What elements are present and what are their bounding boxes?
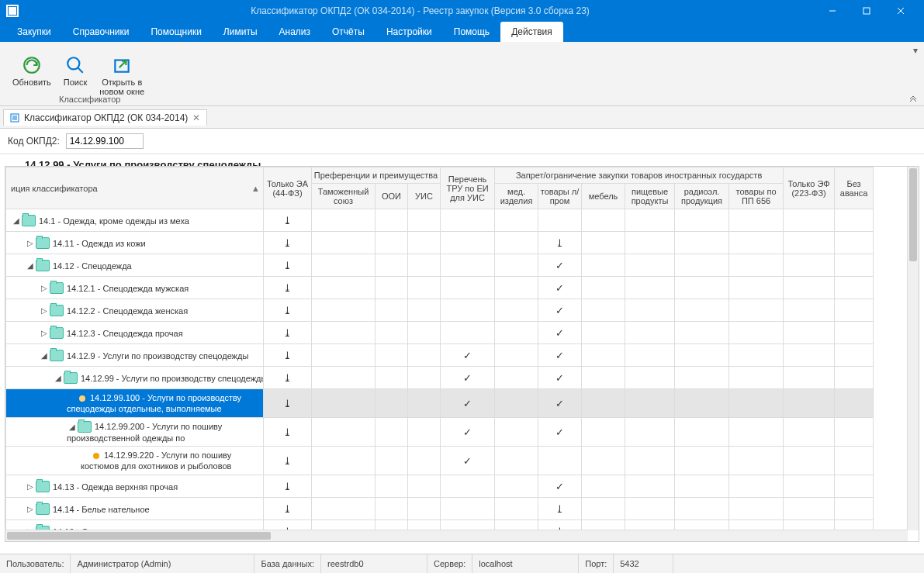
- folder-icon: [50, 327, 64, 339]
- search-button[interactable]: Поиск: [57, 53, 93, 98]
- folder-icon: [64, 372, 78, 384]
- folder-icon: [50, 350, 64, 361]
- status-port-label: Порт:: [579, 554, 614, 573]
- table-row[interactable]: ◢14.12.9 - Услуги по производству спецод…: [6, 344, 908, 367]
- col-name[interactable]: иция классификатора▲: [6, 167, 264, 209]
- status-user-value: Администратор (Admin): [71, 554, 254, 573]
- menu-настройки[interactable]: Настройки: [375, 22, 443, 42]
- vertical-scrollbar[interactable]: [907, 167, 919, 530]
- sort-asc-icon: ▲: [251, 184, 260, 193]
- refresh-button[interactable]: Обновить: [6, 53, 57, 98]
- search-label: Поиск: [64, 78, 87, 87]
- open-new-window-button[interactable]: Открыть в новом окне: [93, 53, 151, 98]
- item-icon: [93, 453, 99, 459]
- svg-point-5: [67, 57, 79, 69]
- menu-помощники[interactable]: Помощники: [140, 22, 212, 42]
- tree-expander[interactable]: [67, 393, 78, 403]
- ribbon: Обновить Поиск Открыть в новом окне Клас…: [0, 42, 924, 106]
- folder-icon: [36, 503, 50, 515]
- horizontal-scrollbar[interactable]: [5, 530, 908, 541]
- col-only-ea[interactable]: Только ЭА (44-ФЗ): [264, 167, 312, 209]
- menu-действия[interactable]: Действия: [500, 22, 563, 42]
- status-bar: Пользователь: Администратор (Admin) База…: [0, 554, 924, 573]
- tree-expander[interactable]: ◢: [25, 261, 36, 270]
- col-ooi[interactable]: ООИ: [375, 184, 408, 209]
- tree-expander[interactable]: ▷: [39, 329, 50, 337]
- tree-expander[interactable]: ▷: [25, 505, 36, 513]
- status-db-label: База данных:: [254, 554, 321, 573]
- status-db-value: reestrdb0: [321, 554, 427, 573]
- table-row[interactable]: ▷14.12.1 - Спецодежда мужская⤓✓: [6, 277, 908, 299]
- col-only-ef[interactable]: Только ЭФ (223-ФЗ): [784, 167, 835, 209]
- table-row[interactable]: ◢14.12 - Спецодежда⤓✓: [6, 254, 908, 277]
- menu-помощь[interactable]: Помощь: [443, 22, 500, 42]
- folder-icon: [36, 237, 50, 249]
- table-row[interactable]: ▷14.14 - Белье нательное⤓⥙: [6, 498, 908, 520]
- col-food[interactable]: пищевые продукты: [625, 184, 675, 209]
- table-row[interactable]: ◢14.12.99.200 - Услуги по пошиву произво…: [6, 418, 908, 447]
- code-label: Код ОКПД2:: [8, 136, 60, 147]
- code-input[interactable]: [66, 133, 144, 149]
- document-tab-close-icon[interactable]: ✕: [192, 112, 200, 123]
- col-no-advance[interactable]: Без аванса: [835, 167, 874, 209]
- tree-expander[interactable]: ▷: [39, 284, 50, 292]
- row-label: 14.13 - Одежда верхняя прочая: [53, 482, 178, 491]
- col-pp656[interactable]: товары по ПП 656: [729, 184, 784, 209]
- minimize-button[interactable]: [815, 0, 850, 22]
- col-group-preferences: Преференции и преимущества: [312, 167, 441, 184]
- table-row[interactable]: 14.12.99.100 - Услуги по производству сп…: [6, 389, 908, 418]
- col-customs-union[interactable]: Таможенный союз: [312, 184, 375, 209]
- table-row[interactable]: ▷14.19 - Одежда прочая и аксессуары⤓⥙: [6, 520, 908, 531]
- refresh-icon: [21, 54, 43, 76]
- col-radio[interactable]: радиоэл. продукция: [675, 184, 729, 209]
- menu-закупки[interactable]: Закупки: [6, 22, 62, 42]
- status-server-label: Сервер:: [427, 554, 472, 573]
- row-label: 14.12 - Спецодежда: [53, 261, 132, 270]
- close-button[interactable]: [884, 0, 918, 22]
- table-row[interactable]: ◢14.1 - Одежда, кроме одежды из меха⤓: [6, 209, 908, 232]
- col-med[interactable]: мед. изделия: [495, 184, 538, 209]
- status-server-value: localhost: [472, 554, 579, 573]
- table-row[interactable]: 14.12.99.220 - Услуги по пошиву костюмов…: [6, 447, 908, 475]
- tree-expander[interactable]: ◢: [67, 422, 78, 432]
- folder-icon: [36, 481, 50, 492]
- ribbon-group-label: Классификатор: [59, 95, 120, 104]
- tree-expander[interactable]: ▷: [39, 306, 50, 315]
- grid: иция классификатора▲ Только ЭА (44-ФЗ) П…: [5, 166, 919, 542]
- menu-анализ[interactable]: Анализ: [268, 22, 322, 42]
- menu-отчёты[interactable]: Отчёты: [321, 22, 375, 42]
- tree-expander[interactable]: ◢: [53, 374, 64, 382]
- tree-expander[interactable]: ▷: [25, 482, 36, 491]
- document-tab-title: Классификатор ОКПД2 (ОК 034-2014): [24, 112, 188, 123]
- document-tabs: Классификатор ОКПД2 (ОК 034-2014) ✕: [0, 106, 924, 129]
- table-row[interactable]: ▷14.11 - Одежда из кожи⤓⥙: [6, 232, 908, 254]
- ribbon-menu-icon[interactable]: ▾: [913, 45, 918, 56]
- table-row[interactable]: ▷14.12.2 - Спецодежда женская⤓✓: [6, 299, 908, 322]
- tree-expander[interactable]: [81, 450, 92, 461]
- menu-справочники[interactable]: Справочники: [62, 22, 140, 42]
- menu-лимиты[interactable]: Лимиты: [213, 22, 268, 42]
- app-icon: [6, 5, 19, 17]
- folder-icon: [22, 215, 36, 226]
- window-title: Классификатор ОКПД2 (ОК 034-2014) - Реес…: [25, 5, 815, 16]
- folder-icon: [78, 421, 92, 433]
- tree-expander[interactable]: ▷: [25, 239, 36, 247]
- table-row[interactable]: ▷14.12.3 - Спецодежда прочая⤓✓: [6, 322, 908, 344]
- col-light-industry[interactable]: товары л/пром: [538, 184, 582, 209]
- svg-rect-1: [863, 8, 870, 14]
- col-tru[interactable]: Перечень ТРУ по ЕИ для УИС: [441, 167, 495, 209]
- folder-icon: [50, 305, 64, 316]
- filter-bar: Код ОКПД2:: [0, 129, 924, 154]
- col-furniture[interactable]: мебель: [582, 184, 625, 209]
- status-user-label: Пользователь:: [0, 554, 71, 573]
- col-uis[interactable]: УИС: [408, 184, 441, 209]
- document-tab[interactable]: Классификатор ОКПД2 (ОК 034-2014) ✕: [3, 109, 207, 126]
- table-row[interactable]: ◢14.12.99 - Услуги по производству спецо…: [6, 367, 908, 389]
- tree-expander[interactable]: ◢: [11, 216, 22, 225]
- col-group-ban: Запрет/ограничение закупки товаров иност…: [495, 167, 784, 184]
- ribbon-collapse-icon[interactable]: [908, 93, 918, 102]
- table-row[interactable]: ▷14.13 - Одежда верхняя прочая⤓✓: [6, 475, 908, 498]
- row-label: 14.12.3 - Спецодежда прочая: [67, 328, 183, 337]
- tree-expander[interactable]: ◢: [39, 351, 50, 360]
- maximize-button[interactable]: [850, 0, 884, 22]
